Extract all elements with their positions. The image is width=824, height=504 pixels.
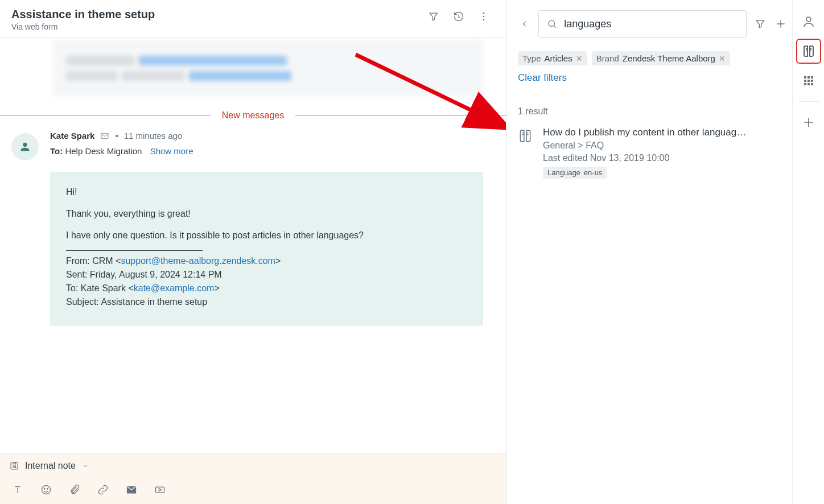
filter-chip-brand[interactable]: Brand Zendesk Theme Aalborg ✕ bbox=[592, 51, 730, 65]
more-icon[interactable] bbox=[477, 10, 490, 23]
new-messages-divider: New messages bbox=[0, 110, 506, 121]
channel-email-icon bbox=[100, 131, 109, 141]
svg-point-1 bbox=[483, 16, 485, 18]
svg-rect-14 bbox=[811, 76, 813, 79]
meta-separator: • bbox=[115, 131, 118, 141]
svg-rect-20 bbox=[811, 83, 813, 85]
knowledge-panel: Type Articles ✕ Brand Zendesk Theme Aalb… bbox=[506, 0, 792, 504]
svg-point-8 bbox=[47, 489, 48, 489]
rail-knowledge-button[interactable] bbox=[796, 39, 821, 64]
ticket-title: Assistance in theme setup bbox=[11, 8, 427, 21]
svg-rect-15 bbox=[804, 80, 806, 82]
svg-rect-18 bbox=[804, 83, 806, 85]
filter-icon[interactable] bbox=[427, 10, 440, 23]
forward-sent: Sent: Friday, August 9, 2024 12:14 PM bbox=[66, 268, 467, 282]
svg-rect-19 bbox=[807, 83, 810, 85]
text-format-icon[interactable] bbox=[11, 484, 24, 496]
kb-result-tag: Language en-us bbox=[543, 167, 607, 179]
svg-rect-16 bbox=[807, 80, 810, 82]
chip-remove-icon[interactable]: ✕ bbox=[719, 54, 726, 63]
forward-subject: Subject: Assistance in theme setup bbox=[66, 295, 467, 309]
link-icon[interactable] bbox=[97, 484, 109, 496]
forward-from-email[interactable]: support@theme-aalborg.zendesk.com bbox=[121, 256, 275, 266]
msg-line-2: I have only one question. Is it possible… bbox=[66, 229, 467, 242]
forward-to: To: Kate Spark <kate@example.com> bbox=[66, 282, 467, 295]
forward-to-email[interactable]: kate@example.com bbox=[134, 283, 215, 293]
chip-remove-icon[interactable]: ✕ bbox=[576, 54, 583, 63]
kb-result-item[interactable]: How do I publish my content in other lan… bbox=[518, 127, 788, 179]
svg-rect-17 bbox=[811, 80, 813, 82]
rail-profile-button[interactable] bbox=[796, 9, 821, 34]
composer-mode-selector[interactable]: Internal note bbox=[0, 454, 506, 478]
svg-point-11 bbox=[806, 17, 811, 22]
kb-search-input[interactable] bbox=[564, 18, 738, 30]
svg-point-10 bbox=[549, 20, 555, 27]
msg-greeting: Hi! bbox=[66, 185, 467, 199]
message-header: Kate Spark • 11 minutes ago To: Help Des… bbox=[0, 131, 506, 160]
conversation-area[interactable]: New messages Kate Spark • 11 minutes ago… bbox=[0, 38, 506, 453]
sender-name[interactable]: Kate Spark bbox=[50, 131, 94, 141]
message-timestamp: 11 minutes ago bbox=[124, 131, 183, 141]
composer: Internal note bbox=[0, 453, 506, 504]
composer-toolbar bbox=[0, 478, 506, 504]
emoji-icon[interactable] bbox=[40, 484, 52, 496]
message-body: Hi! Thank you, everything is great! I ha… bbox=[50, 172, 483, 326]
svg-point-0 bbox=[483, 13, 485, 14]
show-more-link[interactable]: Show more bbox=[150, 146, 193, 156]
svg-point-7 bbox=[44, 489, 45, 489]
history-icon[interactable] bbox=[452, 10, 465, 23]
rail-add-app-button[interactable] bbox=[796, 110, 821, 135]
new-messages-label: New messages bbox=[211, 110, 295, 121]
ticket-via: Via web form bbox=[11, 22, 427, 31]
to-value: Help Desk Migration bbox=[65, 146, 142, 156]
composer-mode-label: Internal note bbox=[25, 461, 76, 471]
msg-separator bbox=[66, 250, 203, 251]
kb-result-count: 1 result bbox=[518, 106, 788, 117]
video-icon[interactable] bbox=[154, 484, 166, 496]
filter-chip-type[interactable]: Type Articles ✕ bbox=[518, 51, 587, 65]
kb-add-button[interactable] bbox=[774, 17, 788, 31]
svg-rect-13 bbox=[807, 76, 810, 79]
kb-result-edited: Last edited Nov 13, 2019 10:00 bbox=[543, 153, 788, 163]
rail-divider bbox=[798, 101, 819, 102]
article-icon bbox=[518, 129, 533, 143]
kb-back-button[interactable] bbox=[518, 17, 532, 31]
msg-line-1: Thank you, everything is great! bbox=[66, 207, 467, 221]
svg-rect-4 bbox=[101, 133, 108, 138]
clear-filters-link[interactable]: Clear filters bbox=[518, 72, 788, 84]
kb-filter-chips: Type Articles ✕ Brand Zendesk Theme Aalb… bbox=[518, 51, 788, 65]
search-icon bbox=[547, 18, 557, 30]
email-icon[interactable] bbox=[125, 484, 138, 496]
app-rail bbox=[792, 0, 824, 504]
kb-result-title: How do I publish my content in other lan… bbox=[543, 127, 788, 138]
previous-message-preview bbox=[52, 40, 483, 97]
forward-from: From: CRM <support@theme-aalborg.zendesk… bbox=[66, 254, 467, 268]
kb-result-path: General > FAQ bbox=[543, 141, 788, 151]
svg-point-2 bbox=[483, 19, 485, 21]
sender-avatar[interactable] bbox=[11, 133, 39, 160]
kb-filter-button[interactable] bbox=[753, 17, 767, 31]
attachment-icon[interactable] bbox=[68, 484, 81, 496]
svg-point-6 bbox=[42, 486, 51, 494]
to-label: To: bbox=[50, 146, 63, 156]
svg-rect-12 bbox=[804, 76, 806, 79]
rail-apps-button[interactable] bbox=[796, 68, 821, 93]
ticket-header: Assistance in theme setup Via web form bbox=[0, 0, 506, 38]
kb-search-box[interactable] bbox=[538, 10, 747, 38]
